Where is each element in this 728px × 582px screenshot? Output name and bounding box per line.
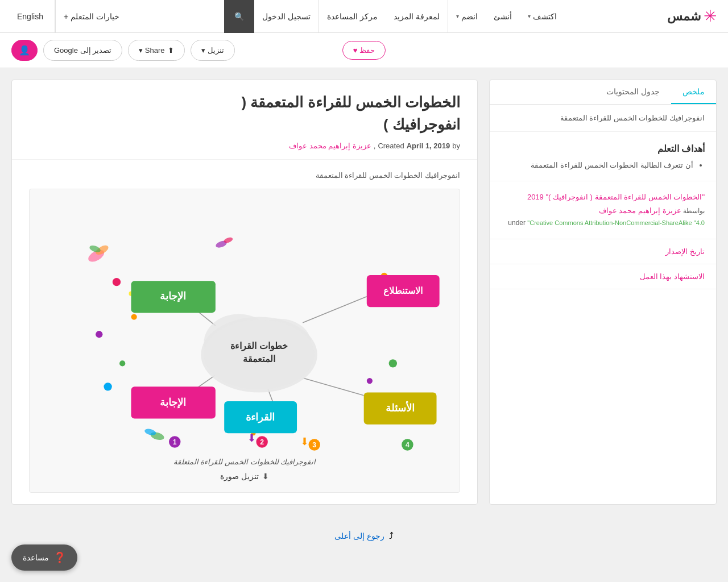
logo-text: شمس (667, 9, 701, 24)
download-icon: ⬇ (262, 472, 269, 481)
nav-item-discover[interactable]: اكتشف ▾ (520, 0, 565, 33)
nav-search-button[interactable]: 🔍 (224, 0, 254, 33)
svg-point-14 (389, 359, 397, 367)
save-button[interactable]: حفظ ♥ (342, 41, 386, 60)
user-icon: 👤 (19, 45, 30, 56)
nav-item-create[interactable]: أنشئ (486, 0, 520, 33)
logo[interactable]: ✳ شمس (661, 7, 722, 26)
nav-item-help-center[interactable]: مركز المساعدة (319, 0, 386, 33)
infographic-area: انفوجرافيك الخطوات الخمس للقراءة المتعمق… (12, 160, 477, 504)
svg-text:1: 1 (173, 438, 177, 446)
sidebar-infographic-section: انفوجرافيك للخطوات الخمس للقراءة المتعمق… (490, 105, 716, 132)
back-to-top-link[interactable]: رجوع إلى أعلى (334, 531, 384, 541)
nav-label-more: لمعرفة المزيد (394, 12, 440, 21)
nav-learner-label: خيارات المتعلم + (64, 12, 119, 21)
sidebar-copyright-section: "الخطوات الخمس للقراءة المتعمقة ( انفوجر… (490, 181, 716, 239)
download-image-label: تنزيل صورة (220, 472, 259, 481)
svg-line-28 (303, 297, 367, 323)
svg-text:خطوات القراءة: خطوات القراءة (230, 340, 288, 351)
nav-english-label: English (17, 12, 43, 21)
tab-toc-label: جدول المحتويات (606, 87, 660, 96)
nav-learner-options[interactable]: خيارات المتعلم + (56, 12, 127, 21)
infographic-diagram: 1 2 3 4 (41, 201, 448, 451)
title-line2: انفوجرافيك ) (383, 116, 460, 133)
svg-text:4: 4 (406, 441, 410, 449)
nav-items: اكتشف ▾ أنشئ انضم ▾ لمعرفة المزيد مركز ا… (224, 0, 565, 33)
svg-text:2: 2 (260, 438, 264, 446)
svg-text:المتعمقة: المتعمقة (243, 354, 275, 364)
meta-by: by (452, 142, 460, 150)
action-bar-right: تنزيل ▾ ⬆ Share ▾ تصدير إلى Google 👤 (11, 40, 235, 61)
nav-item-more[interactable]: لمعرفة المزيد (386, 0, 448, 33)
google-export-button[interactable]: تصدير إلى Google (43, 40, 122, 61)
sidebar-body: انفوجرافيك للخطوات الخمس للقراءة المتعمق… (490, 105, 716, 289)
author-link[interactable]: عزيزة إبراهيم محمد عواف (289, 142, 371, 150)
svg-line-31 (303, 378, 363, 396)
nav-label-login: تسجيل الدخول (262, 12, 311, 21)
copyright-license-link[interactable]: "Creative Commons Attribution-NonCommerc… (527, 219, 705, 226)
download-button[interactable]: تنزيل ▾ (191, 40, 235, 61)
infographic-caption-bottom: انفوجرافيك للخطوات الخمس للقراءة المتعلق… (173, 458, 316, 466)
content-area: الخطوات الخمس للقراءة المتعمقة ( انفوجرا… (11, 80, 478, 505)
svg-text:الإجابة: الإجابة (160, 396, 186, 409)
copyright-info: "الخطوات الخمس للقراءة المتعمقة ( انفوجر… (501, 190, 705, 230)
svg-point-13 (367, 378, 373, 384)
meta-comma: , (374, 142, 376, 150)
svg-text:القراءة: القراءة (246, 411, 275, 423)
svg-text:3: 3 (312, 441, 316, 449)
search-icon: 🔍 (234, 12, 244, 21)
svg-text:الإجابة: الإجابة (160, 290, 186, 302)
sidebar: ملخص جدول المحتويات انفوجرافيك للخطوات ا… (489, 80, 717, 505)
meta-created: Created (378, 142, 404, 150)
copyright-title-link[interactable]: "الخطوات الخمس للقراءة المتعمقة ( انفوجر… (527, 193, 705, 201)
google-export-label: تصدير إلى Google (54, 46, 111, 55)
share-label: Share ▾ (139, 46, 164, 55)
infographic-caption-top: انفوجرافيك الخطوات الخمس للقراءة المتعمق… (29, 171, 460, 180)
goals-list: أن تتعرف الطالبة الخطوات الخمس للقراءة ا… (501, 161, 705, 169)
tab-summary-label: ملخص (682, 87, 705, 96)
nav-label-create: أنشئ (494, 12, 512, 21)
save-label: حفظ ♥ (353, 46, 375, 55)
share-button[interactable]: ⬆ Share ▾ (128, 40, 185, 61)
tab-toc[interactable]: جدول المحتويات (595, 80, 671, 104)
nav-divider-3 (55, 0, 56, 33)
svg-point-6 (131, 314, 137, 319)
goal-item-1: أن تتعرف الطالبة الخطوات الخمس للقراءة ا… (501, 161, 693, 169)
nav-label-help-center: مركز المساعدة (327, 12, 378, 21)
action-bar: حفظ ♥ تنزيل ▾ ⬆ Share ▾ تصدير إلى Google… (0, 33, 728, 68)
back-to-top-bar: ⤴ رجوع إلى أعلى (0, 522, 728, 550)
tab-summary[interactable]: ملخص (671, 80, 716, 104)
release-date-link[interactable]: تاريخ الإصدار (490, 239, 716, 264)
chevron-down-icon: ▾ (528, 13, 531, 19)
nav-label-discover: اكتشف (533, 12, 557, 21)
download-image-button[interactable]: ⬇ تنزيل صورة (220, 472, 269, 481)
copyright-author-link[interactable]: عزيزة إبراهيم محمد عواف (599, 206, 681, 215)
nav-english[interactable]: English (6, 0, 55, 33)
nav-right: خيارات المتعلم + English (6, 0, 127, 33)
meta-date: April 1, 2019 (407, 142, 450, 150)
svg-text:الاستنطلاع: الاستنطلاع (383, 285, 423, 296)
goals-heading: أهداف التعلم (501, 143, 705, 154)
svg-point-9 (104, 383, 111, 390)
svg-text:⬇: ⬇ (247, 432, 256, 444)
nav-item-join[interactable]: انضم ▾ (448, 0, 486, 33)
nav-divider (448, 0, 448, 33)
nav-label-join: انضم (461, 12, 478, 21)
copyright-by-text: بواسطة (683, 207, 705, 215)
chevron-down-icon-join: ▾ (456, 13, 459, 19)
back-to-top-arrow-icon: ⤴ (389, 531, 394, 541)
copyright-under-text: under (508, 219, 526, 227)
share-icon: ⬆ (168, 46, 174, 55)
logo-star: ✳ (704, 7, 717, 26)
main-content: ملخص جدول المحتويات انفوجرافيك للخطوات ا… (0, 68, 728, 516)
content-header: الخطوات الخمس للقراءة المتعمقة ( انفوجرا… (12, 80, 477, 160)
infographic-wrapper: 1 2 3 4 (29, 189, 460, 493)
cite-link[interactable]: الاستشهاد بهذا العمل (490, 264, 716, 289)
svg-point-5 (113, 278, 121, 286)
help-button[interactable]: ❓ مساعدة (11, 544, 77, 550)
sidebar-goals-section: أهداف التعلم أن تتعرف الطالبة الخطوات ال… (490, 132, 716, 181)
top-navigation: ✳ شمس اكتشف ▾ أنشئ انضم ▾ لمعرفة المزيد … (0, 0, 728, 33)
svg-text:⬇: ⬇ (300, 435, 309, 447)
avatar-button[interactable]: 👤 (11, 40, 38, 61)
nav-item-login[interactable]: تسجيل الدخول (254, 0, 318, 33)
